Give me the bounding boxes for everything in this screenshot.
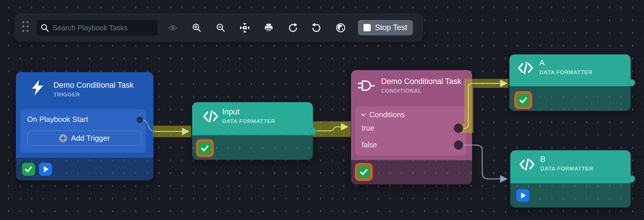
logic-gate-icon	[358, 80, 375, 91]
b-node-footer	[510, 183, 631, 208]
zoom-in-button[interactable]	[190, 21, 203, 34]
stop-icon	[363, 24, 371, 31]
plus-circle-icon	[59, 134, 67, 142]
trigger-event-label: On Playbook Start	[27, 115, 88, 124]
code-icon	[519, 158, 535, 171]
node-type-label: CONDITIONAL	[381, 88, 461, 94]
node-title: Demo Conditional Task	[53, 81, 133, 89]
status-check-selected-icon	[196, 139, 214, 157]
undo-icon	[311, 23, 322, 33]
code-icon	[517, 61, 534, 75]
a-node-body: A DATA FORMATTER	[509, 54, 631, 86]
arrowhead-input	[182, 128, 190, 135]
trigger-node-body: Demo Conditional Task TRIGGER On Playboo…	[16, 72, 153, 158]
stop-test-label: Stop Test	[375, 23, 407, 32]
lightning-bolt-icon	[30, 80, 45, 96]
code-icon	[203, 110, 219, 123]
node-title: Demo Conditional Task	[381, 77, 461, 86]
branch-row-false[interactable]: false	[355, 139, 466, 152]
globe-icon	[335, 23, 346, 33]
branch-label: true	[362, 124, 374, 132]
stop-test-button[interactable]: Stop Test	[358, 20, 413, 35]
trigger-node-footer	[16, 158, 153, 180]
fit-view-button[interactable]	[238, 21, 251, 34]
fit-view-icon	[240, 23, 250, 33]
node-title: Input	[222, 107, 275, 116]
add-trigger-label: Add Trigger	[71, 134, 110, 143]
zoom-out-button[interactable]	[214, 21, 227, 34]
zoom-in-icon	[192, 23, 202, 33]
run-play-button[interactable]	[516, 189, 529, 202]
run-play-button[interactable]	[39, 163, 52, 176]
conditions-section-label: Conditions	[369, 110, 405, 119]
redo-icon	[287, 23, 298, 33]
node-a[interactable]: A DATA FORMATTER	[509, 54, 631, 111]
status-check-icon	[22, 163, 35, 176]
undo-button[interactable]	[310, 21, 323, 34]
conditions-panel: Conditions true false	[355, 106, 466, 156]
redo-button[interactable]	[286, 21, 299, 34]
chevron-down-icon	[361, 112, 366, 118]
eye-icon	[168, 23, 178, 33]
printer-icon	[264, 23, 274, 33]
search-box	[36, 19, 158, 36]
node-type-label: DATA FORMATTER	[540, 166, 593, 172]
zoom-out-icon	[216, 23, 226, 33]
arrowhead-a	[500, 80, 508, 87]
node-conditional[interactable]: Demo Conditional Task CONDITIONAL Condit…	[351, 70, 472, 184]
globe-button[interactable]	[334, 21, 347, 34]
node-type-label: DATA FORMATTER	[539, 69, 593, 76]
conditions-section-toggle[interactable]: Conditions	[361, 110, 405, 119]
branch-row-true[interactable]: true	[355, 122, 466, 135]
b-node-body: B DATA FORMATTER	[510, 150, 631, 183]
node-input[interactable]: Input DATA FORMATTER	[192, 102, 313, 160]
edge-input-to-conditional	[316, 127, 342, 131]
toolbar-drag-handle[interactable]	[22, 21, 29, 34]
node-type-label: TRIGGER	[53, 91, 133, 98]
status-check-selected-icon	[514, 91, 532, 109]
node-trigger[interactable]: Demo Conditional Task TRIGGER On Playboo…	[16, 72, 153, 180]
arrowhead-b	[500, 175, 508, 183]
node-type-label: DATA FORMATTER	[222, 118, 275, 124]
branch-label: false	[362, 141, 377, 149]
input-node-body: Input DATA FORMATTER	[192, 102, 313, 135]
conditional-node-body: Demo Conditional Task CONDITIONAL Condit…	[351, 70, 472, 160]
search-icon	[40, 23, 49, 32]
a-node-footer	[509, 86, 631, 111]
canvas-toolbar: Stop Test	[14, 13, 423, 42]
status-check-selected-icon	[355, 163, 373, 181]
arrowhead-conditional	[341, 123, 348, 131]
node-b[interactable]: B DATA FORMATTER	[510, 150, 631, 208]
playbook-canvas[interactable]: Demo Conditional Task TRIGGER On Playboo…	[0, 0, 644, 220]
conditional-node-footer	[351, 160, 472, 184]
node-title: B	[540, 155, 593, 164]
print-button[interactable]	[262, 21, 275, 34]
node-title: A	[539, 58, 593, 67]
input-node-footer	[192, 135, 313, 160]
trigger-events-panel: On Playbook Start Add Trigger	[20, 109, 146, 153]
visibility-button[interactable]	[166, 21, 179, 34]
add-trigger-button[interactable]: Add Trigger	[27, 131, 141, 146]
search-input[interactable]	[53, 24, 154, 32]
